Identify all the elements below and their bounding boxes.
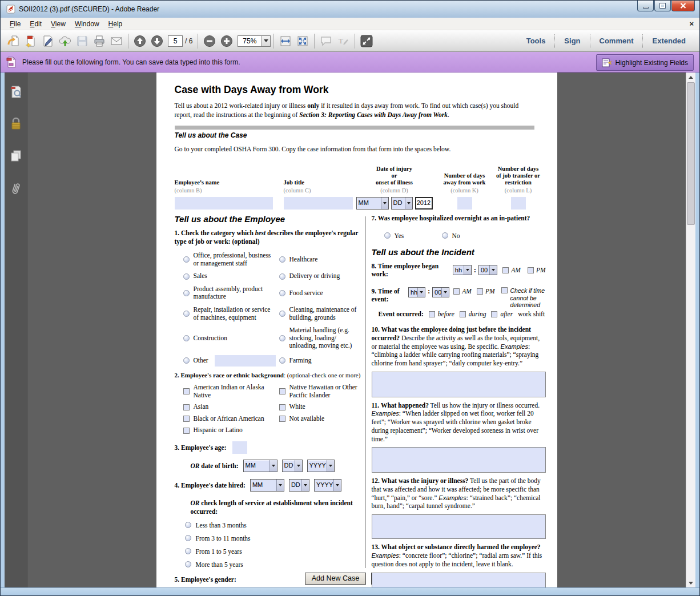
checkbox-american-indian[interactable]: American Indian or Alaska Native: [183, 384, 279, 399]
days-transfer-input[interactable]: [511, 197, 526, 210]
menu-help[interactable]: Help: [104, 19, 127, 29]
create-pdf-button[interactable]: [22, 33, 39, 50]
checkbox-not-available[interactable]: Not available: [279, 415, 369, 423]
zoom-in-button[interactable]: [218, 33, 235, 50]
q10-textarea[interactable]: [372, 372, 546, 397]
checkbox-hispanic[interactable]: Hispanic or Latino: [183, 426, 279, 434]
page-thumbnails-button[interactable]: [9, 85, 23, 101]
injury-month-select[interactable]: MM: [356, 197, 389, 210]
radio-option-repair[interactable]: Repair, installation or service of machi…: [183, 306, 279, 321]
radio-1-5-years[interactable]: From 1 to 5 years: [185, 547, 361, 555]
comment-panel-button[interactable]: Comment: [590, 34, 643, 48]
close-button[interactable]: [671, 1, 695, 11]
radio-option-product-assembly[interactable]: Product assembly, product manufacture: [183, 285, 279, 301]
checkbox-white[interactable]: White: [279, 403, 369, 411]
tools-panel-button[interactable]: Tools: [517, 34, 555, 48]
save-button[interactable]: [74, 33, 91, 50]
minimize-button[interactable]: [637, 1, 654, 11]
next-page-button[interactable]: [148, 33, 166, 50]
radio-option-delivery[interactable]: Delivery or driving: [279, 272, 369, 280]
event-minute-select[interactable]: 00: [432, 287, 449, 297]
hired-year-select[interactable]: YYYY: [314, 479, 341, 492]
checkbox-before-shift[interactable]: before: [429, 310, 454, 318]
sign-button[interactable]: [39, 33, 57, 50]
zoom-dropdown-button[interactable]: [261, 36, 270, 46]
radio-more-5-years[interactable]: More than 5 years: [185, 561, 361, 569]
checkbox-event-pm[interactable]: PM: [477, 287, 495, 295]
menu-file[interactable]: File: [5, 19, 25, 29]
previous-page-button[interactable]: [131, 33, 148, 50]
page-number-input[interactable]: 5: [168, 35, 183, 47]
security-button[interactable]: [10, 117, 22, 133]
highlight-fields-button[interactable]: Highlight Existing Fields: [596, 54, 694, 71]
checkbox-event-am[interactable]: AM: [453, 287, 472, 295]
job-title-input[interactable]: [284, 197, 353, 210]
fullscreen-button[interactable]: [358, 33, 375, 50]
employee-age-input[interactable]: [232, 441, 247, 454]
sign-panel-button[interactable]: Sign: [554, 34, 589, 48]
radio-3-11-months[interactable]: From 3 to 11 months: [185, 534, 361, 542]
email-button[interactable]: [108, 33, 125, 50]
radio-hospitalized-yes[interactable]: Yes: [384, 232, 442, 240]
radio-option-cleaning[interactable]: Cleaning, maintenance of building, groun…: [279, 306, 369, 321]
open-button[interactable]: [5, 33, 22, 50]
checkbox-time-undetermined[interactable]: Check if time cannot be determined: [501, 287, 546, 309]
vertical-scrollbar[interactable]: [686, 73, 695, 587]
close-document-icon[interactable]: ×: [689, 19, 694, 28]
other-occupation-input[interactable]: [215, 355, 276, 367]
checkbox-during-shift[interactable]: during: [460, 310, 486, 318]
checkbox-asian[interactable]: Asian: [183, 403, 279, 411]
menu-view[interactable]: View: [46, 19, 70, 29]
restore-button[interactable]: [654, 1, 671, 11]
q12-textarea[interactable]: [372, 514, 546, 539]
checkbox-began-pm[interactable]: PM: [528, 266, 546, 274]
text-edit-button[interactable]: T: [335, 33, 352, 50]
chevron-down-icon: [327, 460, 334, 472]
began-hour-select[interactable]: hh: [453, 265, 472, 275]
menu-edit[interactable]: Edit: [25, 19, 46, 29]
fit-width-button[interactable]: [277, 33, 294, 50]
dob-year-select[interactable]: YYYY: [307, 460, 335, 472]
employee-name-input[interactable]: [175, 197, 273, 210]
radio-option-other[interactable]: Other: [183, 355, 279, 367]
began-minute-select[interactable]: 00: [478, 265, 497, 275]
radio-option-farming[interactable]: Farming: [279, 355, 369, 367]
checkbox-after-shift[interactable]: after: [491, 310, 513, 318]
attachments-button[interactable]: [10, 181, 22, 198]
event-hour-select[interactable]: hh: [408, 287, 425, 297]
dob-day-select[interactable]: DD: [282, 460, 303, 472]
hired-day-select[interactable]: DD: [289, 479, 309, 492]
days-away-input[interactable]: [457, 197, 472, 210]
fit-page-button[interactable]: [294, 33, 311, 50]
q13-textarea[interactable]: [372, 573, 546, 587]
send-cloud-button[interactable]: [57, 33, 74, 50]
document-area[interactable]: Case with Days Away from Work Tell us ab…: [27, 73, 686, 587]
print-button[interactable]: [91, 33, 108, 50]
comment-button[interactable]: [317, 33, 335, 50]
q11-textarea[interactable]: [372, 447, 546, 473]
checkbox-began-am[interactable]: AM: [502, 266, 521, 274]
zoom-out-button[interactable]: [201, 33, 218, 50]
pages-button[interactable]: [9, 149, 23, 165]
zoom-level-select[interactable]: 75%: [238, 35, 271, 47]
radio-icon: [185, 561, 191, 567]
title-bar[interactable]: SOII2012 (3).pdf (SECURED) - Adobe Reade…: [1, 1, 699, 18]
radio-hospitalized-no[interactable]: No: [442, 232, 460, 240]
checkbox-native-hawaiian[interactable]: Native Hawaiian or Other Pacific Islande…: [279, 384, 369, 399]
extended-panel-button[interactable]: Extended: [642, 34, 695, 48]
radio-option-sales[interactable]: Sales: [183, 272, 279, 280]
scroll-up-button[interactable]: [686, 73, 695, 82]
radio-option-office[interactable]: Office, professional, business or manage…: [183, 252, 279, 267]
radio-option-construction[interactable]: Construction: [183, 327, 279, 350]
radio-option-food-service[interactable]: Food service: [279, 285, 369, 301]
injury-day-select[interactable]: DD: [391, 197, 413, 210]
menu-window[interactable]: Window: [70, 19, 104, 29]
checkbox-black[interactable]: Black or African American: [183, 415, 279, 423]
dob-month-select[interactable]: MM: [243, 460, 277, 472]
radio-option-material-handling[interactable]: Material handling (e.g. stocking, loadin…: [279, 327, 369, 350]
radio-less-3-months[interactable]: Less than 3 months: [185, 521, 361, 529]
injury-year-field[interactable]: 2012: [415, 197, 433, 210]
radio-option-healthcare[interactable]: Healthcare: [279, 252, 369, 267]
hired-month-select[interactable]: MM: [250, 479, 284, 492]
scrollbar-thumb[interactable]: [687, 82, 695, 225]
